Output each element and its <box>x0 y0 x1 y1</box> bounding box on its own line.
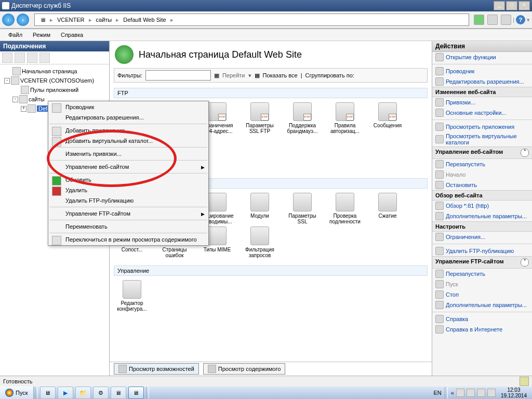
breadcrumb-item[interactable]: сайты <box>93 17 115 23</box>
action-link[interactable]: Справка в Интернете <box>432 324 532 335</box>
tray-icon[interactable] <box>467 389 475 397</box>
filter-go-icon[interactable]: ▦ <box>214 72 219 79</box>
collapse-icon[interactable]: ˄ <box>521 149 529 157</box>
taskbar-icon[interactable]: 🖥 <box>111 387 126 399</box>
tree-node-icon <box>19 95 28 103</box>
action-icon <box>435 202 444 210</box>
tree-tool-icon[interactable] <box>15 52 25 63</box>
menu-help[interactable]: Справка <box>56 32 88 38</box>
context-menu-item[interactable]: Редактировать разрешения... <box>49 112 208 123</box>
feature-item[interactable]: Проверка подлинности <box>327 193 363 224</box>
action-link[interactable]: Ограничения... <box>432 232 532 242</box>
minimize-button[interactable]: _ <box>494 1 505 10</box>
context-menu-item[interactable]: Переименовать <box>49 221 208 232</box>
feature-label: Сопост... <box>114 247 150 252</box>
action-link[interactable]: Удалить FTP-публикацию <box>432 246 532 256</box>
tree-node[interactable]: Пулы приложений <box>2 85 107 95</box>
forward-button[interactable]: › <box>17 14 29 26</box>
action-link[interactable]: Открытие функции <box>432 52 532 62</box>
context-menu-item[interactable]: Обновить <box>49 175 208 185</box>
tray-icon[interactable] <box>456 389 464 397</box>
close-button[interactable]: × <box>518 1 530 10</box>
action-link[interactable]: Стоп <box>432 289 532 300</box>
start-button[interactable]: Пуск <box>0 386 34 399</box>
features-tab[interactable]: Просмотр возможностей <box>114 363 199 375</box>
system-tray: EN « 12:0319.12.2014 <box>432 387 532 398</box>
action-link[interactable]: Перезапустить <box>432 269 532 279</box>
action-link[interactable]: Дополнительные параметры... <box>432 300 532 310</box>
refresh-icon[interactable] <box>474 15 484 25</box>
stop-icon[interactable] <box>487 15 498 25</box>
feature-item[interactable]: FTPПравила авторизац... <box>327 102 363 134</box>
taskbar-icon[interactable]: ▶ <box>58 387 73 399</box>
showall-icon[interactable]: ▦ <box>255 72 260 79</box>
feature-item[interactable]: FTPПоддержка брандмауэ... <box>284 102 321 134</box>
action-link[interactable]: Основные настройки... <box>432 108 532 118</box>
action-link[interactable]: Обзор *:81 (http) <box>432 201 532 211</box>
group-mgmt[interactable]: Управление <box>114 265 428 276</box>
action-icon <box>435 247 444 255</box>
feature-item[interactable]: FTPСообщения <box>369 102 406 134</box>
tree-tool-icon[interactable] <box>2 52 12 63</box>
feature-item[interactable]: FTPПараметры SSL FTP <box>242 102 278 134</box>
action-link[interactable]: Остановить <box>432 180 532 190</box>
taskbar-icon[interactable]: 🖥 <box>40 387 56 399</box>
back-button[interactable]: ‹ <box>2 14 15 26</box>
context-menu-item[interactable]: Управление FTP-сайтом▶ <box>49 208 208 219</box>
action-icon <box>435 181 444 189</box>
tree-node-icon <box>11 76 19 85</box>
feature-item[interactable]: Сжатие <box>369 193 406 224</box>
menu-file[interactable]: Файл <box>3 32 28 38</box>
action-link[interactable]: Дополнительные параметры... <box>432 211 532 221</box>
context-menu-item[interactable]: Удалить FTP-публикацию <box>49 195 208 206</box>
context-menu-item[interactable]: Переключиться в режим просмотра содержим… <box>49 234 208 245</box>
taskbar-icon[interactable]: 📁 <box>75 387 91 399</box>
action-link[interactable]: Проводник <box>432 66 532 76</box>
go-button[interactable]: Перейти <box>222 72 245 78</box>
clock[interactable]: 12:0319.12.2014 <box>498 387 530 398</box>
menu-view[interactable]: Режим <box>28 32 56 38</box>
context-menu-item[interactable]: Управление веб-сайтом▶ <box>49 162 208 172</box>
home-icon[interactable] <box>501 15 511 25</box>
tray-icon[interactable] <box>477 389 485 397</box>
breadcrumb[interactable]: 🖥▸ VCENTER▸ сайты▸ Default Web Site▸ <box>34 14 469 26</box>
content-tab[interactable]: Просмотр содержимого <box>203 363 286 375</box>
tree-node[interactable]: Начальная страница <box>2 66 107 76</box>
tree-tool-icon[interactable] <box>39 52 50 63</box>
action-link[interactable]: Справка <box>432 314 532 324</box>
action-icon <box>435 135 444 143</box>
tree-tool-icon[interactable] <box>27 52 37 63</box>
breadcrumb-item[interactable]: VCENTER <box>54 17 88 23</box>
feature-item[interactable]: Фильтрация запросов <box>242 227 278 258</box>
context-menu-item[interactable]: Проводник <box>49 102 208 112</box>
filter-input[interactable] <box>145 70 211 81</box>
action-link[interactable]: Просмотреть приложения <box>432 122 532 132</box>
context-menu-item[interactable]: Изменить привязки... <box>49 149 208 159</box>
taskbar-icon[interactable]: ⚙ <box>93 387 109 399</box>
taskbar-iis-icon[interactable]: 🖥 <box>128 387 144 399</box>
config-icon[interactable] <box>520 377 529 386</box>
group-ftp[interactable]: FTP <box>114 88 428 98</box>
feature-item[interactable]: Редактор конфигура... <box>114 280 150 312</box>
tray-icon[interactable] <box>487 389 496 397</box>
action-link[interactable]: Привязки... <box>432 97 532 108</box>
context-menu-icon <box>52 187 61 196</box>
action-link[interactable]: Просмотреть виртуальные каталоги <box>432 132 532 147</box>
context-menu-item[interactable]: Добавить виртуальный каталог... <box>49 136 208 146</box>
context-menu-item[interactable]: Добавить приложение... <box>49 125 208 136</box>
tree-node[interactable]: -VCENTER (CONTOSO\sem) <box>2 76 107 85</box>
show-all-button[interactable]: Показать все <box>263 72 298 78</box>
breadcrumb-item[interactable]: Default Web Site <box>120 17 169 23</box>
tray-chevron-icon[interactable]: « <box>451 390 454 396</box>
action-link[interactable]: Перезапустить <box>432 159 532 169</box>
language-indicator[interactable]: EN <box>434 390 442 396</box>
action-icon <box>435 325 444 334</box>
feature-icon <box>336 193 354 211</box>
context-menu-item[interactable]: Удалить <box>49 185 208 195</box>
feature-item[interactable]: Модули <box>242 193 278 224</box>
feature-item[interactable]: Параметры SSL <box>284 193 321 224</box>
maximize-button[interactable]: □ <box>506 1 517 10</box>
collapse-icon[interactable]: ˄ <box>521 258 529 267</box>
help-icon[interactable]: ? <box>516 15 525 24</box>
action-link[interactable]: Редактировать разрешения... <box>432 76 532 87</box>
